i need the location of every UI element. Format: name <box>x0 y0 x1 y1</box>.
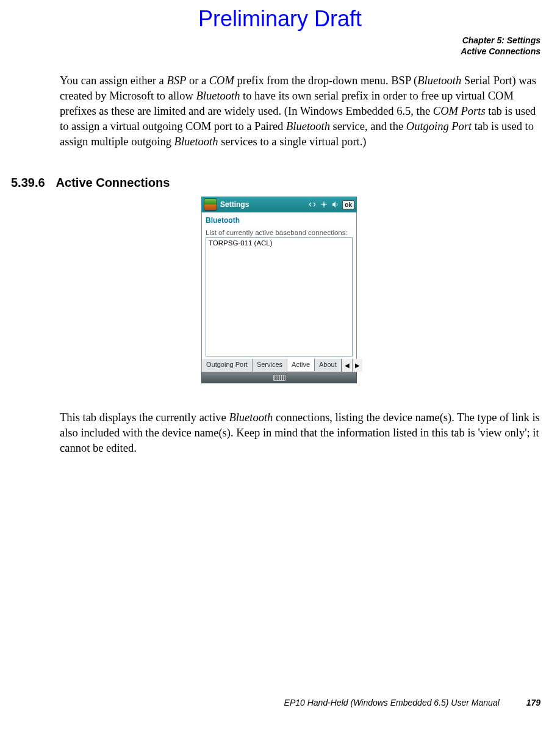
list-item[interactable]: TORPSG-011 (ACL) <box>209 239 350 247</box>
paragraph-tab-description: This tab displays the currently active B… <box>60 410 542 456</box>
ok-button[interactable]: ok <box>342 200 354 209</box>
titlebar-text: Settings <box>220 200 306 209</box>
list-caption: List of currently active baseband connec… <box>206 229 353 236</box>
tab-scroll-controls: ◀ ▶ <box>342 359 362 372</box>
watermark: Preliminary Draft <box>0 6 560 32</box>
page-number: 179 <box>526 698 540 707</box>
embedded-screenshot: Settings ok Bluetooth List of currently … <box>201 197 357 383</box>
sip-bar <box>201 372 357 383</box>
tab-scroll-left-button[interactable]: ◀ <box>342 359 352 372</box>
paragraph-prefix-explanation: You can assign either a BSP or a COM pre… <box>60 73 542 150</box>
tab-about[interactable]: About <box>315 359 342 372</box>
tab-services[interactable]: Services <box>253 359 287 372</box>
connectivity-icon[interactable] <box>307 200 317 209</box>
keyboard-icon[interactable] <box>273 375 285 381</box>
tab-scroll-right-button[interactable]: ▶ <box>352 359 362 372</box>
text-italic: Bluetooth <box>174 136 218 148</box>
panel-title: Bluetooth <box>201 212 357 226</box>
chapter-label: Chapter 5: Settings <box>461 35 540 46</box>
connections-listbox[interactable]: TORPSG-011 (ACL) <box>206 237 353 356</box>
section-number: 5.39.6 <box>11 176 45 189</box>
volume-icon[interactable] <box>331 200 340 209</box>
text: You can assign either a <box>60 74 167 87</box>
panel-content: List of currently active baseband connec… <box>201 226 357 359</box>
text-italic: COM <box>209 74 234 87</box>
page-footer: EP10 Hand-Held (Windows Embedded 6.5) Us… <box>284 698 540 707</box>
footer-doc-title: EP10 Hand-Held (Windows Embedded 6.5) Us… <box>284 698 500 707</box>
text: service, and the <box>330 120 406 132</box>
page-header: Chapter 5: Settings Active Connections <box>461 35 540 57</box>
text-italic: Bluetooth <box>286 120 330 132</box>
text-italic: Bluetooth <box>196 90 240 102</box>
screenshot-titlebar: Settings ok <box>201 197 357 212</box>
text: or a <box>186 74 209 87</box>
section-label: Active Connections <box>461 46 540 57</box>
section-heading: 5.39.6Active Connections <box>11 176 170 190</box>
text-italic: BSP <box>167 74 186 87</box>
text: This tab displays the currently active <box>60 411 229 424</box>
tab-outgoing-port[interactable]: Outgoing Port <box>202 359 253 372</box>
text: services to a single virtual port.) <box>218 136 367 148</box>
text-italic: Outgoing Port <box>406 120 472 132</box>
start-icon[interactable] <box>204 198 217 211</box>
section-title: Active Connections <box>56 176 170 189</box>
tab-strip: Outgoing Port Services Active About ◀ ▶ <box>201 359 357 372</box>
text-italic: COM Ports <box>433 105 486 117</box>
text: prefix from the drop-down menu. BSP ( <box>234 74 417 87</box>
svg-point-0 <box>323 203 325 206</box>
tab-active[interactable]: Active <box>287 358 315 371</box>
text-italic: Bluetooth <box>417 74 461 87</box>
text-italic: Bluetooth <box>229 411 273 424</box>
network-icon[interactable] <box>319 200 329 209</box>
